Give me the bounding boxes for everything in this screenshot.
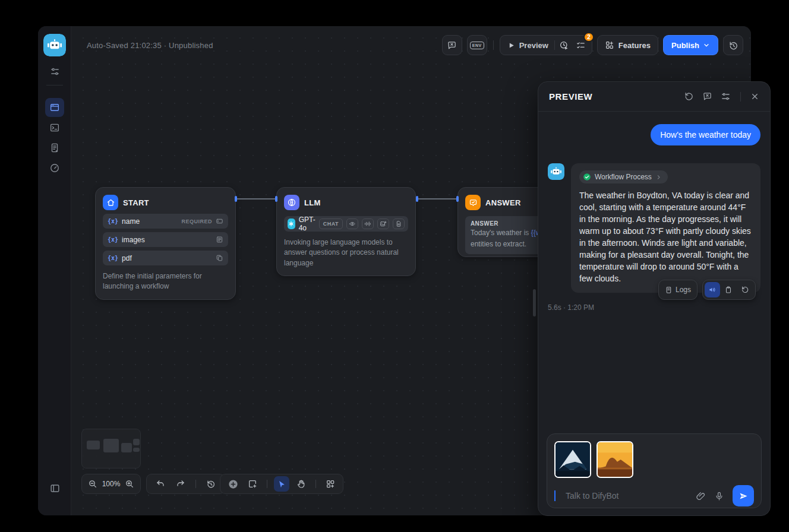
answer-input-port[interactable]	[456, 196, 459, 202]
zoom-in-button[interactable]	[124, 476, 135, 492]
logs-pill: Logs	[658, 280, 698, 300]
start-output-port[interactable]	[235, 196, 237, 202]
message-tools-pill	[702, 280, 756, 300]
app-avatar[interactable]	[43, 34, 66, 56]
preview-settings-button[interactable]	[721, 91, 731, 102]
logs-button[interactable]: Logs	[661, 283, 695, 296]
audio-capability-icon	[362, 218, 374, 229]
node-title: START	[123, 198, 149, 207]
restart-conversation-button[interactable]	[684, 91, 694, 102]
sidebar-item-monitoring[interactable]	[45, 159, 64, 178]
regenerate-button[interactable]	[737, 283, 753, 296]
zoom-level[interactable]: 100%	[99, 480, 124, 488]
answer-static-text: Today's weather is	[471, 229, 531, 237]
version-history-button[interactable]	[723, 35, 743, 55]
attachment-mountain-night[interactable]	[554, 441, 591, 478]
node-title: ANSWER	[485, 198, 521, 207]
variable-name: pdf	[122, 254, 212, 262]
annotation-button[interactable]	[442, 35, 462, 55]
collapse-panel-icon	[49, 483, 61, 494]
chevron-down-icon	[703, 42, 710, 49]
variable-row[interactable]: {x} images	[103, 232, 228, 247]
change-history-button[interactable]	[203, 476, 219, 492]
minimap-node	[103, 439, 119, 452]
variable-row[interactable]: {x} pdf	[103, 251, 228, 265]
sidebar-item-api[interactable]	[45, 118, 64, 137]
attachment-mountain-sunset[interactable]	[597, 441, 633, 478]
image-capability-icon	[377, 218, 389, 229]
required-tag: REQUIRED	[181, 218, 212, 224]
add-node-button[interactable]	[225, 476, 241, 492]
bot-message-row: Workflow Process The weather in Boydton,…	[548, 163, 760, 293]
clock-play-icon	[559, 40, 569, 50]
minimap-node	[121, 443, 132, 452]
voice-input-button[interactable]	[714, 491, 724, 501]
publish-button[interactable]: Publish	[663, 35, 718, 55]
autosave-status: Auto-Saved 21:02:35 · Unpublished	[87, 41, 213, 50]
sidebar	[38, 26, 71, 515]
chat-input-card	[547, 433, 762, 508]
zoom-toolbar: 100%	[81, 474, 141, 494]
env-variables-button[interactable]: ENV	[467, 35, 487, 55]
send-button[interactable]	[733, 485, 754, 506]
copy-button[interactable]	[720, 283, 737, 296]
read-aloud-button[interactable]	[705, 282, 720, 297]
run-history-button[interactable]	[556, 37, 573, 53]
close-preview-button[interactable]	[750, 92, 759, 101]
redo-button[interactable]	[173, 476, 188, 492]
logs-label: Logs	[676, 286, 691, 294]
preview-panel: PREVIEW How's the weather today	[538, 81, 771, 516]
chat-transcript: How's the weather today Workflow Process…	[538, 124, 770, 312]
model-selector[interactable]: GPT-4o CHAT	[284, 216, 408, 232]
attach-file-button[interactable]	[696, 491, 706, 501]
variable-name: name	[122, 217, 178, 226]
sidebar-item-orchestrate[interactable]	[45, 98, 64, 117]
home-icon	[103, 195, 118, 210]
pointer-mode-button[interactable]	[274, 476, 289, 492]
features-label: Features	[618, 41, 651, 50]
chat-input[interactable]	[564, 490, 687, 501]
preferences-button[interactable]	[45, 62, 64, 81]
zoom-out-button[interactable]	[87, 476, 99, 492]
logs-doc-icon	[49, 142, 60, 153]
variable-row[interactable]: {x} name REQUIRED	[103, 214, 228, 229]
edge-llm-answer	[418, 198, 456, 200]
minimap[interactable]	[81, 429, 141, 468]
checklist-icon	[576, 40, 586, 50]
add-note-button[interactable]	[245, 476, 260, 492]
features-button[interactable]: Features	[597, 35, 658, 55]
workflow-process-chip[interactable]: Workflow Process	[579, 170, 668, 183]
canvas-scrollbar[interactable]	[533, 289, 536, 316]
success-check-icon	[583, 173, 591, 181]
start-node[interactable]: START {x} name REQUIRED {x} images {x} p…	[95, 187, 236, 300]
document-capability-icon	[393, 218, 405, 229]
node-title: LLM	[304, 198, 321, 207]
user-message-bubble: How's the weather today	[651, 124, 760, 145]
toolbar-divider	[195, 480, 196, 488]
toolbar-divider	[315, 480, 316, 488]
minimap-node	[87, 441, 100, 449]
llm-node[interactable]: LLM GPT-4o CHAT Invoking large language …	[276, 187, 416, 276]
preview-run-button[interactable]: Preview	[503, 37, 553, 53]
play-icon	[507, 42, 515, 49]
topbar-divider	[493, 40, 494, 50]
run-group: Preview 2	[500, 35, 592, 55]
llm-brain-icon	[284, 195, 299, 210]
message-meta: 5.6s · 1:20 PM	[548, 303, 760, 312]
llm-output-port[interactable]	[416, 196, 418, 202]
sidebar-item-logs[interactable]	[45, 138, 64, 157]
undo-button[interactable]	[153, 476, 168, 492]
collapse-sidebar-button[interactable]	[45, 479, 64, 498]
annotation-toggle-button[interactable]	[702, 91, 712, 102]
openai-logo-icon	[288, 218, 295, 229]
organize-blocks-button[interactable]	[323, 476, 338, 492]
bot-message-text: The weather in Boydton, VA today is clea…	[579, 189, 752, 284]
history-toolbar	[146, 474, 225, 494]
hand-mode-button[interactable]	[293, 476, 309, 492]
llm-input-port[interactable]	[275, 196, 277, 202]
terminal-icon	[49, 122, 60, 133]
group-divider	[554, 40, 555, 50]
header-divider	[740, 92, 741, 102]
edge-start-llm	[237, 198, 275, 200]
checklist-button[interactable]: 2	[573, 37, 589, 53]
